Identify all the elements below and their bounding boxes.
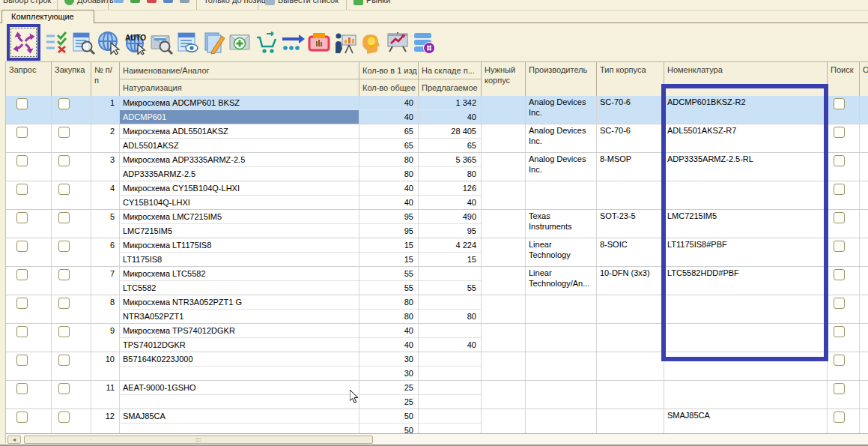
cell-num[interactable]: 4 [91,181,120,209]
cell-name[interactable]: Микросхема ADCMP601 BKSZADCMP601 [120,96,359,124]
cell-search[interactable] [828,210,860,238]
cell-pkg[interactable]: SOT-23-5 [597,210,664,238]
request-checkbox[interactable] [16,184,28,195]
search-checkbox[interactable] [834,269,845,280]
cell-request[interactable] [6,409,52,433]
cell-stock[interactable]: 5 36580 [419,153,482,181]
request-checkbox[interactable] [16,241,28,252]
cell-qty[interactable]: 1515 [359,238,419,266]
idea-head-button[interactable] [359,31,383,55]
cell-purchase[interactable] [52,381,91,409]
cell-extra[interactable] [860,124,868,152]
cell-name[interactable]: SMAJ85CA [120,409,359,433]
request-checkbox[interactable] [16,212,28,223]
route-arrow-button[interactable] [281,31,305,55]
cell-search[interactable] [828,352,860,380]
cell-stock[interactable]: 80 [419,295,482,323]
cell-nom[interactable]: LTC5582HDD#PBF [664,267,828,295]
cell-extra[interactable] [860,295,868,323]
copy-icon[interactable] [114,0,124,3]
cell-mfr[interactable]: Linear Technology/An... [526,267,597,295]
cell-mfr[interactable] [526,381,597,409]
list-eye-button[interactable] [176,31,200,55]
cell-num[interactable]: 10 [91,352,120,380]
top-toolbar-item[interactable]: Выбор строк [3,0,51,8]
cell-request[interactable] [6,381,52,409]
cell-nom[interactable]: LT1175IS8#PBF [664,238,828,266]
cell-stock[interactable]: 28 40565 [419,124,482,152]
cell-stock[interactable]: 4 22415 [419,238,482,266]
purchase-checkbox[interactable] [58,383,70,394]
cell-mfr[interactable] [526,324,597,352]
cell-stock[interactable]: 12640 [419,181,482,209]
cell-stock[interactable]: 49095 [419,210,482,238]
cell-request[interactable] [6,352,52,380]
cell-pkg[interactable] [597,381,664,409]
selected-cell[interactable]: ADCMP601 [120,109,359,124]
cell-qty[interactable]: 8080 [359,295,419,323]
cell-mfr[interactable] [526,409,597,433]
cell-qty[interactable]: 4040 [359,324,419,352]
cell-stock[interactable]: 40 [419,324,482,352]
request-checkbox[interactable] [16,383,28,394]
globe-auto-button[interactable]: AUTO [124,31,148,55]
purchase-checkbox[interactable] [58,184,70,195]
cell-purchase[interactable] [52,409,91,433]
cell-num[interactable]: 6 [91,238,120,266]
search-checkbox[interactable] [834,127,845,138]
cell-search[interactable] [828,409,860,433]
cell-search[interactable] [828,124,860,152]
cell-pkg[interactable] [597,324,664,352]
cell-pkg[interactable]: SC-70-6 [597,124,664,152]
cell-extra[interactable] [860,210,868,238]
cell-nom[interactable]: SMAJ85CA [664,409,828,433]
mail-add-button[interactable] [228,31,252,55]
cell-extra[interactable] [860,352,868,380]
cell-pkg[interactable]: SC-70-6 [597,96,664,124]
cell-qty[interactable]: 2525 [359,381,419,409]
request-checkbox[interactable] [16,355,28,366]
purchase-checkbox[interactable] [58,412,70,423]
cell-case[interactable] [482,295,526,323]
cell-pkg[interactable] [597,295,664,323]
cell-num[interactable]: 9 [91,324,120,352]
cell-purchase[interactable] [52,352,91,380]
request-checkbox[interactable] [16,412,28,423]
cell-num[interactable]: 8 [91,295,120,323]
request-checkbox[interactable] [16,269,28,280]
horizontal-scrollbar[interactable]: ◄ [6,433,868,445]
purchase-checkbox[interactable] [58,241,70,252]
purchase-checkbox[interactable] [58,326,70,337]
top-toolbar-item[interactable]: Вывести список [265,0,339,8]
search-checkbox[interactable] [834,155,845,166]
cell-mfr[interactable] [526,181,597,209]
expand-arrows-button[interactable] [7,24,40,61]
cell-request[interactable] [6,96,52,124]
cell-mfr[interactable]: Analog Devices Inc. [526,96,597,124]
cell-case[interactable] [482,238,526,266]
cell-qty[interactable]: 8080 [359,153,419,181]
purchase-checkbox[interactable] [58,98,70,109]
purchase-checkbox[interactable] [58,212,70,223]
cell-purchase[interactable] [52,210,91,238]
scroll-left-button[interactable]: ◄ [7,436,21,444]
search-checkbox[interactable] [834,412,845,423]
cell-request[interactable] [6,181,52,209]
row-check-button[interactable] [45,31,69,55]
cell-case[interactable] [482,324,526,352]
purchase-checkbox[interactable] [58,269,70,280]
cell-nom[interactable] [664,381,828,409]
cell-name[interactable]: Микросхема ADL5501AKSZADL5501AKSZ [120,124,359,152]
cart-button[interactable] [255,31,279,55]
search-checkbox[interactable] [834,98,845,109]
cell-nom[interactable]: ADCMP601BKSZ-R2 [664,96,828,124]
request-checkbox[interactable] [16,298,28,309]
search-checkbox[interactable] [834,326,845,337]
cell-case[interactable] [482,96,526,124]
cell-name[interactable]: Микросхема LMC7215IM5LMC7215IM5 [120,210,359,238]
cell-name[interactable]: Микросхема LT1175IS8LT1175IS8 [120,238,359,266]
cell-qty[interactable]: 5555 [359,267,419,295]
cell-search[interactable] [828,153,860,181]
cell-qty[interactable]: 6565 [359,124,419,152]
chart-board-button[interactable] [386,31,410,55]
